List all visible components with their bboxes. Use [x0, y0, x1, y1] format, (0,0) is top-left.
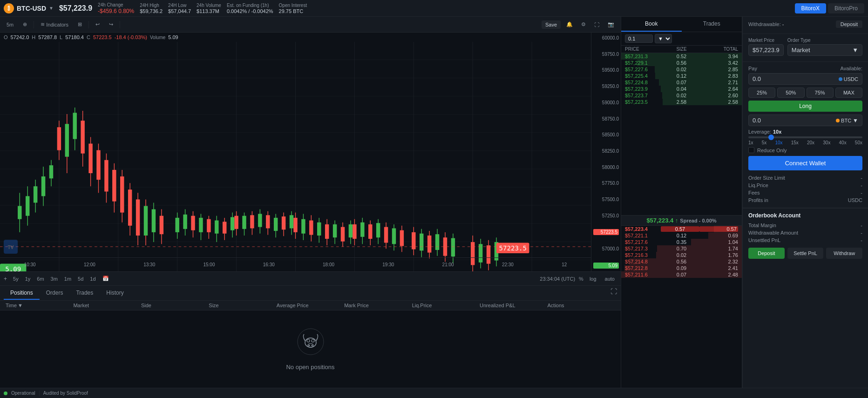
orders-tab[interactable]: Orders	[40, 287, 70, 300]
order-type-select[interactable]: Market▼	[787, 44, 862, 56]
ask-row[interactable]: $57,227.6 0.02 2.85	[621, 66, 742, 73]
ask-row[interactable]: $57,231.3 0.52 3.94	[621, 53, 742, 60]
ob-size-input[interactable]	[625, 34, 653, 43]
ask-row[interactable]: $57,224.8 0.07 2.71	[621, 79, 742, 86]
bid-row[interactable]: $57,211.6 0.07 2.48	[621, 271, 742, 278]
svg-rect-76	[274, 218, 278, 231]
save-btn[interactable]: Save	[542, 20, 561, 29]
lev-10x[interactable]: 10x	[775, 140, 782, 145]
timeframe-btn[interactable]: 5m	[4, 21, 16, 28]
time-6m[interactable]: 6m	[34, 275, 46, 283]
reduce-only-checkbox[interactable]	[748, 147, 754, 153]
trades-tab[interactable]: Trades	[69, 287, 100, 300]
pay-input[interactable]	[753, 75, 839, 82]
deposit-top-btn[interactable]: Deposit	[836, 20, 862, 28]
pair-dropdown-arrow[interactable]: ▼	[49, 6, 54, 11]
chart-container[interactable]: O57242.0 H57287.8 L57180.4 C57223.5 -18.…	[0, 33, 621, 271]
side-btn[interactable]: Long	[748, 101, 862, 112]
leverage-value: 10x	[773, 129, 781, 135]
lev-40x[interactable]: 40x	[839, 140, 847, 145]
bid-row[interactable]: $57,217.3 0.70 1.74	[621, 245, 742, 252]
time-1y[interactable]: 1y	[23, 275, 33, 283]
market-price-col: Market Price $57,223.9	[748, 38, 784, 56]
th-actions: Actions	[548, 303, 615, 308]
bid-row[interactable]: $57,223.4 0.57 0.57	[621, 226, 742, 232]
market-price-value: $57,223.9	[748, 44, 784, 56]
svg-rect-96	[349, 224, 353, 237]
crosshair-btn[interactable]: ⊕	[20, 20, 30, 28]
ask-row[interactable]: $57,229.1 0.56 3.42	[621, 60, 742, 66]
time-controls: + 5y 1y 6m 3m 1m 5d 1d 📅 23:34:04 (UTC) …	[0, 271, 621, 285]
deposit-action-btn[interactable]: Deposit	[748, 248, 785, 259]
chart-toolbar: 5m ⊕ ≋ Indicators ⊞ ↩ ↪ Save 🔔 ⚙ ⛶ 📷	[0, 17, 621, 33]
ask-row[interactable]: $57,223.9 0.04 2.64	[621, 86, 742, 92]
leverage-slider[interactable]	[748, 136, 862, 138]
expand-bottom-btn[interactable]: ⛶	[610, 288, 617, 295]
lev-5x[interactable]: 5x	[762, 140, 767, 145]
ask-row[interactable]: $57,223.5 2.58 2.58	[621, 99, 742, 105]
pct-50-btn[interactable]: 50%	[777, 88, 804, 98]
lev-30x[interactable]: 30x	[823, 140, 830, 145]
withdraw-btn[interactable]: Withdraw	[826, 248, 862, 259]
history-tab[interactable]: History	[100, 287, 130, 300]
bid-row[interactable]: $57,214.8 0.56 2.32	[621, 258, 742, 265]
positions-tab[interactable]: Positions	[4, 287, 40, 300]
lev-20x[interactable]: 20x	[807, 140, 814, 145]
pair-name[interactable]: BTC-USD	[17, 5, 46, 12]
indicators-btn[interactable]: ≋ Indicators	[38, 20, 71, 28]
settings-btn[interactable]: ⚙	[578, 20, 589, 28]
bid-row[interactable]: $57,212.8 0.09 2.41	[621, 265, 742, 271]
toolbar-sep-2	[88, 21, 89, 28]
time-1d[interactable]: 1d	[88, 275, 98, 283]
time-3m[interactable]: 3m	[48, 275, 60, 283]
svg-rect-16	[34, 186, 37, 202]
book-tab[interactable]: Book	[621, 17, 682, 32]
screenshot-btn[interactable]: 📷	[605, 20, 617, 28]
svg-rect-122	[451, 238, 455, 256]
usdc-label: USDC	[839, 76, 858, 82]
lev-15x[interactable]: 15x	[791, 140, 799, 145]
pct-75-btn[interactable]: 75%	[807, 88, 834, 98]
candlestick-chart[interactable]: 57223.5 5.09	[0, 42, 591, 271]
ask-row[interactable]: $57,223.7 0.02 2.60	[621, 92, 742, 99]
ask-row[interactable]: $57,225.4 0.12 2.83	[621, 73, 742, 79]
bid-row[interactable]: $57,217.6 0.35 1.04	[621, 239, 742, 245]
market-price-row: Market Price $57,223.9 Order Type Market…	[748, 38, 862, 56]
lev-1x[interactable]: 1x	[748, 140, 753, 145]
svg-rect-50	[175, 218, 179, 232]
ohlc-c-label: C	[87, 34, 90, 40]
fees-value: -	[861, 190, 862, 196]
bitoropro-tab[interactable]: BitoroPro	[828, 3, 864, 13]
svg-rect-88	[317, 223, 321, 236]
undo-btn[interactable]: ↩	[93, 20, 102, 28]
pct-25-btn[interactable]: 25%	[748, 88, 775, 98]
log-btn[interactable]: log	[587, 275, 599, 283]
leverage-label-row: Leverage: 10x	[748, 129, 862, 135]
layout-btn[interactable]: ⊞	[75, 20, 85, 28]
current-time: 23:34:04 (UTC)	[540, 276, 575, 282]
lev-50x[interactable]: 50x	[855, 140, 862, 145]
fullscreen-btn[interactable]: ⛶	[591, 21, 602, 28]
time-5d[interactable]: 5d	[75, 275, 86, 283]
calendar-btn[interactable]: 📅	[100, 275, 111, 283]
bitorox-tab[interactable]: BitoroX	[795, 3, 826, 13]
auto-btn[interactable]: auto	[603, 275, 617, 283]
trades-ob-tab[interactable]: Trades	[682, 17, 742, 32]
bid-row[interactable]: $57,216.3 0.02 1.76	[621, 252, 742, 258]
alert-btn[interactable]: 🔔	[563, 20, 576, 28]
bid-row[interactable]: $57,221.1 0.12 0.69	[621, 232, 742, 239]
redo-btn[interactable]: ↪	[106, 20, 116, 28]
amount-input[interactable]	[753, 117, 836, 124]
svg-rect-106	[384, 227, 388, 243]
settle-pnl-btn[interactable]: Settle PnL	[787, 248, 824, 259]
svg-rect-92	[333, 224, 337, 237]
svg-rect-30	[88, 144, 92, 173]
time-1m[interactable]: 1m	[62, 275, 74, 283]
amount-currency-selector[interactable]: BTC ▼	[836, 117, 858, 124]
connect-wallet-btn[interactable]: Connect Wallet	[748, 156, 862, 170]
time-5y[interactable]: 5y	[11, 275, 21, 283]
ob-size-select[interactable]: ▼	[655, 34, 672, 43]
pct-max-btn[interactable]: MAX	[835, 88, 862, 98]
bid-rows: $57,223.4 0.57 0.57 $57,221.1 0.12 0.69 …	[621, 226, 742, 388]
x-label-5: 18:00	[323, 262, 334, 267]
